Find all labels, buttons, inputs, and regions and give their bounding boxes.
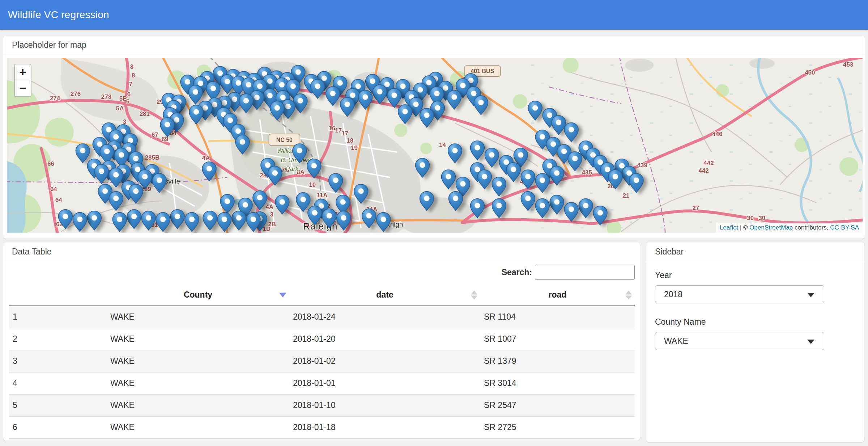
year-select-value: 2018 bbox=[664, 290, 682, 299]
column-label: date bbox=[376, 290, 393, 299]
map-label-route: 8 bbox=[132, 72, 135, 79]
map-label-route: 16 bbox=[328, 125, 335, 132]
leaflet-link[interactable]: Leaflet bbox=[720, 224, 738, 231]
year-select[interactable]: 2018 bbox=[655, 285, 824, 303]
map-label-route: 30 bbox=[747, 215, 754, 222]
map-attribution: Leaflet | © OpenStreetMap contributors, … bbox=[716, 223, 863, 233]
map-label-route: 6 bbox=[126, 98, 129, 105]
cell-date: 2018-01-10 bbox=[289, 394, 480, 416]
map-label-route: 11A bbox=[316, 192, 327, 199]
county-select[interactable]: WAKE bbox=[655, 332, 824, 350]
year-label: Year bbox=[655, 270, 855, 280]
cell-county: WAKE bbox=[107, 394, 289, 416]
cell-date: 2018-01-18 bbox=[289, 416, 480, 438]
map-label-route: 3 bbox=[270, 211, 273, 218]
map-panel: Placeholder for map + − bbox=[3, 35, 865, 239]
cell-rownum: 5 bbox=[9, 394, 107, 416]
map-label-route: 450 bbox=[805, 69, 815, 76]
map-label-route: 67 bbox=[152, 131, 158, 138]
map-label-route: 1D bbox=[263, 226, 271, 232]
leaflet-map[interactable]: + − bbox=[7, 58, 863, 233]
map-label-route: 281 bbox=[140, 110, 150, 117]
column-header-road[interactable]: road bbox=[480, 284, 635, 306]
cell-county: WAKE bbox=[107, 350, 289, 372]
zoom-out-button[interactable]: − bbox=[15, 80, 31, 96]
map-label-route: 435 bbox=[582, 169, 592, 176]
road-shield: NC 50 bbox=[276, 137, 293, 143]
map-label-route: 21 bbox=[623, 192, 630, 199]
table-header-row: County date road bbox=[9, 284, 635, 306]
map-label-route: 8 bbox=[130, 63, 133, 70]
cell-rownum: 6 bbox=[9, 416, 107, 438]
road-shield: 401 BUS bbox=[471, 68, 494, 74]
map-label-route: 442 bbox=[698, 167, 709, 174]
sidebar-panel: Sidebar Year 2018 County Name WAKE bbox=[646, 242, 864, 442]
cell-date: 2018-01-01 bbox=[289, 372, 480, 394]
map-label-route: 17 bbox=[335, 127, 342, 134]
map-label-route: 14 bbox=[439, 142, 446, 148]
chevron-down-icon bbox=[807, 293, 814, 297]
table-row[interactable]: 6WAKE2018-01-18SR 2725 bbox=[9, 416, 635, 438]
cell-date: 2018-01-24 bbox=[289, 306, 480, 328]
cell-road: SR 2547 bbox=[480, 394, 635, 416]
map-label-route: 6 bbox=[127, 91, 131, 98]
cell-county: WAKE bbox=[107, 328, 289, 350]
cell-rownum: 1 bbox=[9, 306, 107, 328]
app-navbar: Wildlife VC regression bbox=[0, 0, 868, 30]
map-label-route: 278 bbox=[101, 93, 111, 100]
sort-icon bbox=[279, 293, 286, 297]
zoom-in-button[interactable]: + bbox=[15, 64, 31, 80]
map-label-route: 285B bbox=[145, 154, 160, 161]
column-label: County bbox=[184, 290, 212, 299]
data-table-heading: Data Table bbox=[3, 242, 640, 261]
map-canvas[interactable]: ✈ 2742762785B5A281388766293284284285B287… bbox=[7, 58, 863, 233]
cell-road: SR 2725 bbox=[480, 416, 635, 438]
map-zoom-control: + − bbox=[14, 64, 31, 97]
sort-icon bbox=[625, 290, 632, 299]
map-label-route: 5A bbox=[116, 105, 124, 112]
map-label-route: 17 bbox=[341, 130, 348, 137]
cell-road: SR 3014 bbox=[480, 372, 635, 394]
map-label-route: 439 bbox=[637, 162, 647, 169]
cell-county: WAKE bbox=[107, 416, 289, 438]
map-label-route: 7 bbox=[129, 81, 132, 88]
map-label-route: 30 bbox=[758, 215, 765, 222]
data-table: County date road 1WAKE2018-01-24SR 1104 … bbox=[9, 284, 635, 439]
map-label-route: 27 bbox=[692, 205, 699, 211]
column-header-date[interactable]: date bbox=[289, 284, 480, 306]
cell-date: 2018-01-02 bbox=[289, 350, 480, 372]
map-label-route: 442 bbox=[703, 160, 714, 167]
table-row[interactable]: 2WAKE2018-01-20SR 1007 bbox=[9, 328, 635, 350]
table-row[interactable]: 4WAKE2018-01-01SR 3014 bbox=[9, 372, 635, 394]
search-input[interactable] bbox=[535, 265, 635, 280]
map-label-route: 276 bbox=[71, 91, 81, 97]
app-title: Wildlife VC regression bbox=[0, 9, 109, 21]
column-header-county[interactable]: County bbox=[107, 284, 289, 306]
cell-county: WAKE bbox=[107, 372, 289, 394]
attribution-text: contributors, bbox=[793, 224, 830, 231]
cell-county: WAKE bbox=[107, 306, 289, 328]
cell-date: 2018-01-20 bbox=[289, 328, 480, 350]
cell-rownum: 3 bbox=[9, 350, 107, 372]
column-header-rownum[interactable] bbox=[9, 284, 107, 306]
search-label: Search: bbox=[502, 268, 532, 277]
sort-icon bbox=[471, 290, 477, 299]
table-row[interactable]: 5WAKE2018-01-10SR 2547 bbox=[9, 394, 635, 416]
map-label-route: 453 bbox=[843, 61, 853, 68]
map-label-route: 66 bbox=[47, 160, 54, 167]
county-select-value: WAKE bbox=[664, 336, 688, 346]
license-link[interactable]: CC-BY-SA bbox=[830, 224, 859, 231]
cell-road: SR 1379 bbox=[480, 350, 635, 372]
osm-link[interactable]: OpenStreetMap bbox=[749, 224, 793, 231]
table-row[interactable]: 3WAKE2018-01-02SR 1379 bbox=[9, 350, 635, 372]
cell-rownum: 2 bbox=[9, 328, 107, 350]
map-label-route: 4A bbox=[265, 203, 273, 210]
county-label: County Name bbox=[655, 317, 855, 327]
map-label-route: 274 bbox=[50, 95, 60, 102]
map-panel-heading: Placeholder for map bbox=[3, 35, 865, 54]
map-label-route: 10 bbox=[309, 181, 316, 188]
cell-road: SR 1104 bbox=[480, 306, 635, 328]
table-row[interactable]: 1WAKE2018-01-24SR 1104 bbox=[9, 306, 635, 328]
map-label-park: Park bbox=[286, 165, 299, 172]
map-label-route: 64 bbox=[50, 186, 57, 193]
